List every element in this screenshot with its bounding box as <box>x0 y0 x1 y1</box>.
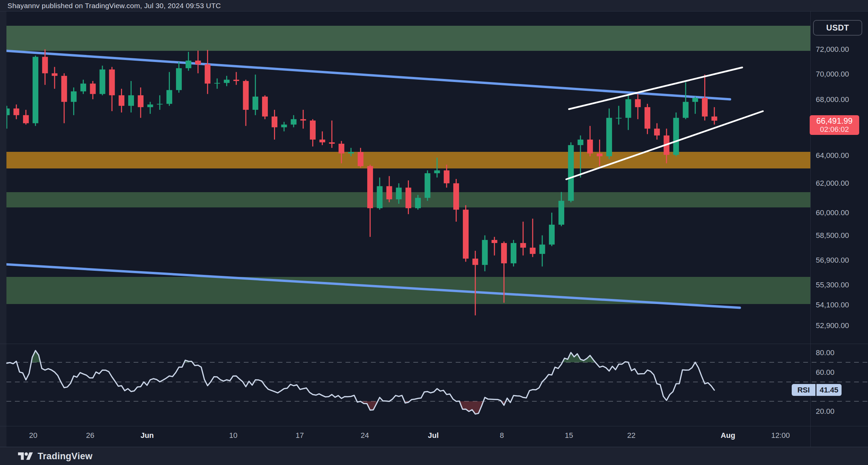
price-axis-label: 72,000.00 <box>816 45 849 54</box>
candle-body <box>606 118 612 156</box>
candle-body <box>472 259 478 265</box>
candle-body <box>463 210 469 259</box>
candle-body <box>339 144 344 154</box>
candle-body <box>587 140 593 154</box>
last-price-value: 66,491.99 <box>816 117 853 125</box>
footer-bar: TradingView <box>0 447 868 465</box>
rsi-indicator-value: 41.45 <box>816 384 842 396</box>
candle-body <box>434 170 440 173</box>
candle-body <box>558 201 564 224</box>
candle-body <box>310 121 316 140</box>
time-axis-label: 20 <box>29 431 37 440</box>
candle-body <box>166 90 172 104</box>
rsi-axis-label: 60.00 <box>816 368 834 377</box>
candle-body <box>319 140 325 142</box>
price-axis-label: 68,000.00 <box>816 95 849 104</box>
candle-body <box>568 145 574 201</box>
candle-body <box>138 95 143 107</box>
candle-body <box>262 97 268 117</box>
candle-body <box>147 104 153 107</box>
zone-supply[interactable] <box>6 152 810 168</box>
candle-body <box>195 61 201 64</box>
candle-body <box>4 108 10 115</box>
candle-body <box>626 99 631 118</box>
candle-body <box>635 99 641 107</box>
time-axis-label: Jul <box>428 431 439 440</box>
chart-background <box>6 11 868 447</box>
candle-body <box>549 225 555 245</box>
candle-body <box>176 68 182 90</box>
candle-body <box>520 243 526 248</box>
zone-demand[interactable] <box>6 277 810 304</box>
time-axis-label: 17 <box>296 431 304 440</box>
time-axis-label: 26 <box>86 431 94 440</box>
candle-body <box>387 186 392 199</box>
candle-body <box>597 154 603 156</box>
time-axis-label: 12:00 <box>771 431 790 440</box>
tradingview-wordmark[interactable]: TradingView <box>38 451 93 462</box>
candle-body <box>396 188 402 199</box>
candle-body <box>71 92 77 102</box>
candle-body <box>109 69 115 95</box>
candle-body <box>33 57 38 123</box>
price-axis-label: 58,500.00 <box>816 231 849 240</box>
candle-body <box>128 95 134 106</box>
candle-body <box>616 118 622 119</box>
price-axis-label: 62,000.00 <box>816 179 849 187</box>
rsi-axis-label: 20.00 <box>816 407 834 416</box>
candle-body <box>358 152 363 166</box>
candle-body <box>272 117 277 127</box>
candle-body <box>348 152 354 154</box>
time-axis-label: 8 <box>500 431 504 440</box>
candle-body <box>90 84 96 94</box>
candle-body <box>100 69 105 94</box>
candle-body <box>415 198 421 208</box>
time-axis-label: Aug <box>721 431 735 440</box>
candle-body <box>61 76 67 102</box>
bar-countdown: 02:06:02 <box>820 125 849 134</box>
price-axis-label: 70,000.00 <box>816 70 849 78</box>
candle-body <box>14 108 19 115</box>
candle-body <box>702 98 708 117</box>
candle-body <box>444 170 450 183</box>
chart-canvas[interactable]: 72,000.0070,000.0068,000.0064,000.0062,0… <box>0 0 868 465</box>
price-axis-label: 52,900.00 <box>816 321 849 330</box>
currency-toggle-button[interactable]: USDT <box>813 20 862 36</box>
tradingview-published-chart: Shayannv published on TradingView.com, J… <box>0 0 868 465</box>
time-axis-label: 10 <box>229 431 237 440</box>
candle-body <box>377 186 382 208</box>
candle-body <box>42 57 48 74</box>
candle-body <box>511 243 516 263</box>
price-axis-label: 60,000.00 <box>816 208 849 217</box>
candle-body <box>453 183 459 210</box>
candle-body <box>329 142 335 144</box>
tradingview-logo-icon[interactable] <box>18 451 33 462</box>
candle-body <box>23 115 29 123</box>
candle-body <box>539 245 545 254</box>
candle-body <box>253 97 258 110</box>
candle-body <box>291 119 297 125</box>
rsi-indicator-name[interactable]: RSI <box>792 384 815 396</box>
candle-body <box>530 248 536 254</box>
zone-resistance[interactable] <box>6 26 810 51</box>
time-axis-label: 15 <box>565 431 573 440</box>
rsi-indicator-badge[interactable]: RSI 41.45 <box>792 384 842 396</box>
candle-body <box>683 102 689 118</box>
candle-body <box>406 188 411 208</box>
candle-body <box>233 80 239 81</box>
candle-body <box>243 81 249 110</box>
candle-body <box>578 140 584 145</box>
candle-body <box>654 129 660 136</box>
price-axis-label: 55,300.00 <box>816 281 849 289</box>
candle-body <box>645 107 650 128</box>
rsi-axis-label: 80.00 <box>816 348 834 357</box>
candle-body <box>673 118 679 155</box>
time-axis-label: Jun <box>140 431 154 440</box>
candle-body <box>425 173 430 198</box>
candle-body <box>80 84 86 92</box>
candle-body <box>119 95 124 106</box>
candle-body <box>52 73 58 76</box>
price-axis-label: 64,000.00 <box>816 151 849 160</box>
candle-body <box>205 64 211 84</box>
candle-body <box>214 83 220 84</box>
